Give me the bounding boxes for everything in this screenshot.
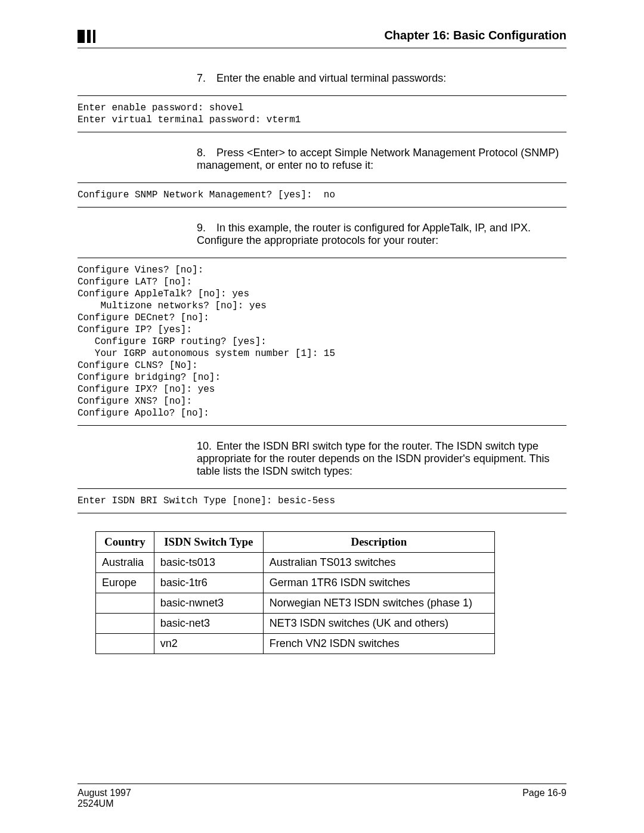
- svg-rect-0: [78, 30, 85, 43]
- divider: [78, 207, 566, 208]
- brand-logo-icon: [78, 29, 99, 44]
- step-number: 10.: [197, 440, 213, 453]
- cell-country: Europe: [96, 573, 154, 593]
- divider: [78, 182, 566, 183]
- th-country: Country: [96, 532, 154, 553]
- step-number: 8.: [197, 147, 213, 159]
- cell-country: Australia: [96, 553, 154, 573]
- table-row: Australia basic-ts013 Australian TS013 s…: [96, 553, 495, 573]
- cell-switch: vn2: [154, 634, 263, 654]
- cell-switch: basic-1tr6: [154, 573, 263, 593]
- footer-doc: 2524UM: [78, 798, 113, 809]
- divider: [78, 95, 566, 96]
- chapter-title: Chapter 16: Basic Configuration: [384, 29, 566, 42]
- svg-rect-1: [87, 30, 91, 43]
- table-row: basic-net3 NET3 ISDN switches (UK and ot…: [96, 614, 495, 634]
- terminal-block-4: Enter ISDN BRI Switch Type [none]: besic…: [78, 495, 566, 507]
- cell-desc: German 1TR6 ISDN switches: [263, 573, 494, 593]
- cell-desc: NET3 ISDN switches (UK and others): [263, 614, 494, 634]
- footer-page: Page 16-9: [522, 788, 566, 798]
- step-number: 9.: [197, 222, 213, 234]
- page-footer: August 1997 2524UM Page 16-9: [78, 784, 566, 809]
- terminal-block-1: Enter enable password: shovel Enter virt…: [78, 102, 566, 126]
- page-header: Chapter 16: Basic Configuration: [78, 29, 566, 48]
- terminal-block-3: Configure Vines? [no]: Configure LAT? [n…: [78, 264, 566, 419]
- cell-switch: basic-ts013: [154, 553, 263, 573]
- divider: [78, 425, 566, 426]
- terminal-block-2: Configure SNMP Network Management? [yes]…: [78, 189, 566, 201]
- divider: [78, 488, 566, 489]
- cell-country: [96, 614, 154, 634]
- cell-switch: basic-net3: [154, 614, 263, 634]
- table-row: vn2 French VN2 ISDN switches: [96, 634, 495, 654]
- cell-switch: basic-nwnet3: [154, 593, 263, 614]
- page: Chapter 16: Basic Configuration 7. Enter…: [0, 0, 644, 833]
- divider: [78, 258, 566, 258]
- step-8: 8. Press <Enter> to accept Simple Networ…: [197, 147, 566, 172]
- cell-desc: French VN2 ISDN switches: [263, 634, 494, 654]
- cell-desc: Australian TS013 switches: [263, 553, 494, 573]
- step-9: 9. In this example, the router is config…: [197, 222, 566, 247]
- step-text: Enter the ISDN BRI switch type for the r…: [197, 440, 549, 477]
- table-row: basic-nwnet3 Norwegian NET3 ISDN switche…: [96, 593, 495, 614]
- divider: [78, 132, 566, 132]
- footer-left: August 1997 2524UM: [78, 788, 131, 809]
- th-description: Description: [263, 532, 494, 553]
- footer-date: August 1997: [78, 788, 131, 798]
- divider: [78, 513, 566, 513]
- footer-right: Page 16-9: [522, 788, 566, 809]
- table-header-row: Country ISDN Switch Type Description: [96, 532, 495, 553]
- table-row: Europe basic-1tr6 German 1TR6 ISDN switc…: [96, 573, 495, 593]
- cell-country: [96, 593, 154, 614]
- isdn-switch-table: Country ISDN Switch Type Description Aus…: [95, 531, 495, 654]
- cell-country: [96, 634, 154, 654]
- step-7: 7. Enter the enable and virtual terminal…: [197, 72, 566, 85]
- cell-desc: Norwegian NET3 ISDN switches (phase 1): [263, 593, 494, 614]
- step-number: 7.: [197, 72, 213, 85]
- step-text: Enter the enable and virtual terminal pa…: [216, 72, 446, 84]
- step-10: 10. Enter the ISDN BRI switch type for t…: [197, 440, 566, 478]
- th-switch-type: ISDN Switch Type: [154, 532, 263, 553]
- step-text: Press <Enter> to accept Simple Network M…: [197, 147, 559, 171]
- svg-rect-2: [93, 30, 95, 43]
- step-text: In this example, the router is configure…: [197, 222, 531, 246]
